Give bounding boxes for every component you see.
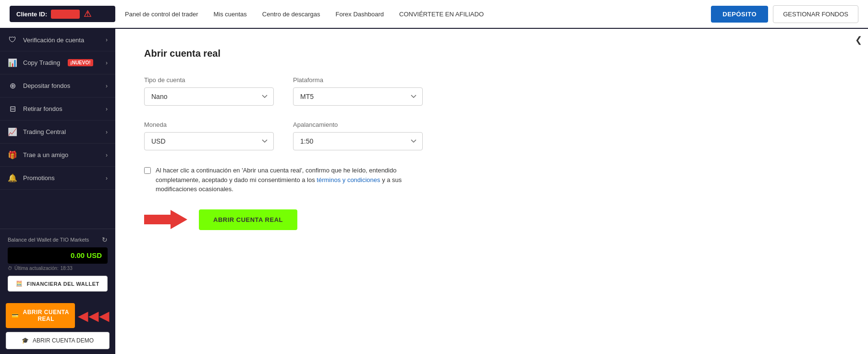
sidebar-label-retirar: Retirar fondos — [23, 105, 62, 112]
wallet-update: ⏱ Última actualización: 18:33 — [8, 266, 108, 271]
arrow-right-big-icon — [144, 210, 187, 229]
plataforma-label: Plataforma — [293, 76, 423, 84]
moneda-select[interactable]: USD EUR GBP — [144, 132, 274, 150]
abrir-demo-label: ABRIR CUENTA DEMO — [33, 337, 94, 344]
sidebar-label-copy-trading: Copy Trading — [23, 59, 60, 66]
top-nav: Cliente ID: ⚠ Panel de control del trade… — [0, 0, 868, 29]
submit-area: ABRIR CUENTA REAL — [144, 209, 423, 230]
nav-link-afiliado[interactable]: CONVIÉRTETE EN AFILIADO — [399, 11, 484, 18]
sidebar-item-retirar[interactable]: ⊟ Retirar fondos › — [0, 98, 115, 121]
sidebar-label-depositar: Depositar fondos — [23, 82, 70, 89]
tipo-cuenta-group: Tipo de cuenta Nano Micro Standard ECN — [144, 76, 274, 106]
nav-link-cuentas[interactable]: Mis cuentas — [213, 11, 246, 18]
copy-trading-icon: 📊 — [8, 58, 17, 67]
tipo-cuenta-label: Tipo de cuenta — [144, 76, 274, 84]
wallet-icon: 💳 — [12, 312, 19, 319]
client-id-label: Cliente ID: — [16, 11, 47, 18]
sidebar-label-trading-central: Trading Central — [23, 128, 66, 135]
demo-icon: 🎓 — [22, 337, 29, 344]
chevron-right-icon: › — [106, 37, 108, 43]
financiera-label: FINANCIERA DEL WALLET — [27, 281, 99, 287]
chevron-right-icon-2: › — [106, 60, 108, 66]
abrir-cuenta-real-sidebar-button[interactable]: 💳 ABRIR CUENTA REAL — [6, 303, 75, 328]
terms-link[interactable]: términos y condiciones — [317, 176, 380, 183]
arrow-left-icon: ◀◀◀ — [78, 308, 110, 324]
abrir-real-label: ABRIR CUENTA REAL — [23, 309, 70, 322]
nav-link-descargas[interactable]: Centro de descargas — [262, 11, 320, 18]
sidebar-item-copy-trading[interactable]: 📊 Copy Trading ¡NUEVO! › — [0, 51, 115, 74]
nav-link-panel[interactable]: Panel de control del trader — [125, 11, 198, 18]
plus-icon: ⊕ — [8, 81, 17, 90]
form-row-2: Moneda USD EUR GBP Apalancamiento 1:10 1… — [144, 121, 423, 150]
gift-icon: 🎁 — [8, 150, 17, 159]
top-nav-links: Panel de control del trader Mis cuentas … — [125, 11, 711, 18]
last-update-label: Última actualización: — [14, 266, 59, 271]
sidebar-item-trae-amigo[interactable]: 🎁 Trae a un amigo › — [0, 144, 115, 167]
sidebar-menu: 🛡 Verificación de cuenta › 📊 Copy Tradin… — [0, 29, 115, 229]
chevron-right-icon-7: › — [106, 175, 108, 182]
deposito-button[interactable]: DEPÓSITO — [711, 6, 768, 23]
sidebar-item-verificacion[interactable]: 🛡 Verificación de cuenta › — [0, 29, 115, 51]
sidebar-label-trae-amigo: Trae a un amigo — [23, 151, 68, 159]
sidebar-item-depositar[interactable]: ⊕ Depositar fondos › — [0, 74, 115, 98]
client-id-value — [51, 10, 80, 19]
abrir-cuenta-demo-button[interactable]: 🎓 ABRIR CUENTA DEMO — [6, 332, 110, 349]
apalancamiento-group: Apalancamiento 1:10 1:25 1:50 1:100 1:20… — [293, 121, 423, 150]
sidebar-bottom: 💳 ABRIR CUENTA REAL ◀◀◀ 🎓 ABRIR CUENTA D… — [0, 298, 115, 354]
warning-icon: ⚠ — [84, 9, 91, 19]
apalancamiento-select[interactable]: 1:10 1:25 1:50 1:100 1:200 1:500 — [293, 132, 423, 150]
consent-checkbox[interactable] — [144, 167, 151, 174]
wallet-section: Balance del Wallet de TIO Markets ↻ 0.00… — [0, 229, 115, 298]
sidebar: 🛡 Verificación de cuenta › 📊 Copy Tradin… — [0, 29, 115, 354]
apalancamiento-label: Apalancamiento — [293, 121, 423, 128]
form-container: Abrir cuenta real Tipo de cuenta Nano Mi… — [115, 29, 452, 249]
consent-section: Al hacer clic a continuación en 'Abrir u… — [144, 166, 423, 194]
moneda-group: Moneda USD EUR GBP — [144, 121, 274, 150]
calculator-icon: 🧮 — [16, 281, 23, 287]
sidebar-item-trading-central[interactable]: 📈 Trading Central › — [0, 121, 115, 144]
financiera-button[interactable]: 🧮 FINANCIERA DEL WALLET — [8, 276, 108, 292]
main-content: ❮ Abrir cuenta real Tipo de cuenta Nano … — [115, 29, 868, 354]
nav-actions: DEPÓSITO GESTIONAR FONDOS — [711, 5, 858, 23]
abrir-cuenta-real-main-button[interactable]: ABRIR CUENTA REAL — [199, 209, 297, 230]
plataforma-group: Plataforma MT4 MT5 — [293, 76, 423, 106]
refresh-icon[interactable]: ↻ — [102, 236, 108, 244]
collapse-sidebar-button[interactable]: ❮ — [855, 35, 862, 45]
minus-icon: ⊟ — [8, 104, 17, 113]
shield-icon: 🛡 — [8, 36, 17, 44]
form-row-1: Tipo de cuenta Nano Micro Standard ECN P… — [144, 76, 423, 106]
svg-marker-0 — [144, 210, 187, 229]
consent-text: Al hacer clic a continuación en 'Abrir u… — [156, 166, 423, 194]
gestionar-button[interactable]: GESTIONAR FONDOS — [773, 5, 858, 23]
sidebar-label-verificacion: Verificación de cuenta — [23, 37, 84, 44]
wallet-amount: 0.00 USD — [71, 251, 102, 259]
wallet-balance-box: 0.00 USD — [8, 247, 108, 264]
abrir-real-row: 💳 ABRIR CUENTA REAL ◀◀◀ — [6, 303, 110, 328]
bell-icon: 🔔 — [8, 173, 17, 183]
sidebar-item-promotions[interactable]: 🔔 Promotions › — [0, 167, 115, 190]
nav-link-forex[interactable]: Forex Dashboard — [336, 11, 384, 18]
sidebar-label-promotions: Promotions — [23, 174, 55, 182]
main-layout: 🛡 Verificación de cuenta › 📊 Copy Tradin… — [0, 29, 868, 354]
last-update-time: 18:33 — [61, 266, 73, 271]
chevron-right-icon-6: › — [106, 152, 108, 159]
wallet-title-text: Balance del Wallet de TIO Markets — [8, 237, 89, 243]
nuevo-badge: ¡NUEVO! — [68, 59, 93, 66]
clock-icon: ⏱ — [8, 266, 12, 271]
client-id-section: Cliente ID: ⚠ — [10, 6, 115, 22]
tipo-cuenta-select[interactable]: Nano Micro Standard ECN — [144, 87, 274, 106]
chevron-right-icon-4: › — [106, 106, 108, 112]
chevron-right-icon-5: › — [106, 129, 108, 135]
plataforma-select[interactable]: MT4 MT5 — [293, 87, 423, 106]
form-title: Abrir cuenta real — [144, 48, 423, 59]
moneda-label: Moneda — [144, 121, 274, 128]
chart-icon: 📈 — [8, 127, 17, 136]
chevron-right-icon-3: › — [106, 83, 108, 89]
